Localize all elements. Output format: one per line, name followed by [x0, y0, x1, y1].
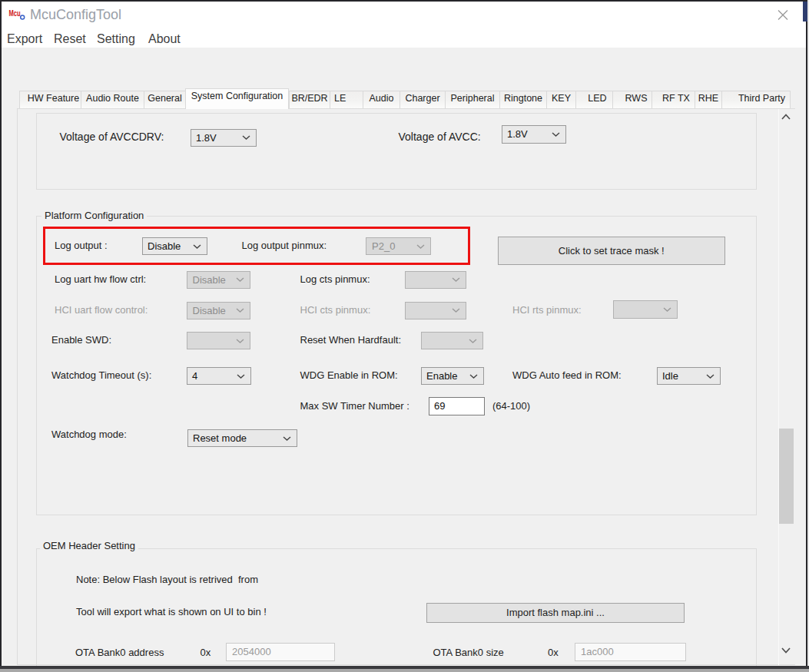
svg-text:Mcu: Mcu — [9, 9, 21, 18]
